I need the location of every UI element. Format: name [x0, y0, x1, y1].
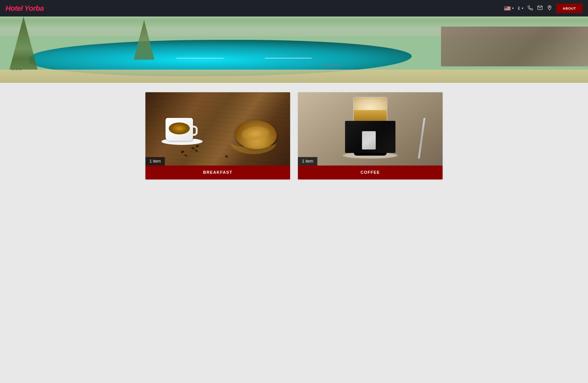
breakfast-button[interactable]: BREAKFAST	[146, 165, 290, 180]
phone-icon	[527, 5, 533, 11]
location-button[interactable]	[547, 5, 552, 11]
currency-symbol: £	[518, 6, 520, 11]
svg-rect-7	[504, 7, 507, 8]
hero-banner	[0, 17, 588, 83]
phone-button[interactable]	[527, 5, 533, 11]
currency-selector[interactable]: £	[518, 6, 524, 11]
coffee-image-wrap: 1 item	[298, 92, 442, 165]
language-chevron-icon	[512, 8, 514, 9]
main-content: 1 item BREAKFAST	[0, 83, 588, 197]
breakfast-image-wrap: 1 item	[146, 92, 290, 165]
svg-rect-6	[504, 10, 510, 10]
coffee-card: 1 item COFFEE	[298, 92, 443, 180]
coffee-item-count: 1 item	[298, 157, 317, 165]
flag-icon	[504, 6, 511, 10]
language-selector[interactable]	[504, 6, 514, 10]
coffee-button[interactable]: COFFEE	[298, 165, 442, 180]
svg-rect-4	[504, 9, 510, 9]
location-icon	[547, 5, 552, 11]
logo: Hotel Yorba	[5, 4, 504, 13]
mail-button[interactable]	[537, 5, 543, 11]
cards-grid: 1 item BREAKFAST	[145, 92, 443, 180]
svg-rect-5	[504, 9, 510, 10]
nav-right: £	[504, 4, 583, 13]
navbar: Hotel Yorba £	[0, 0, 588, 17]
breakfast-item-count: 1 item	[146, 157, 165, 165]
about-button[interactable]: ABOUT	[556, 4, 583, 13]
breakfast-card: 1 item BREAKFAST	[145, 92, 290, 180]
currency-chevron-icon	[522, 8, 524, 9]
mail-icon	[537, 5, 543, 11]
svg-point-9	[549, 7, 550, 8]
